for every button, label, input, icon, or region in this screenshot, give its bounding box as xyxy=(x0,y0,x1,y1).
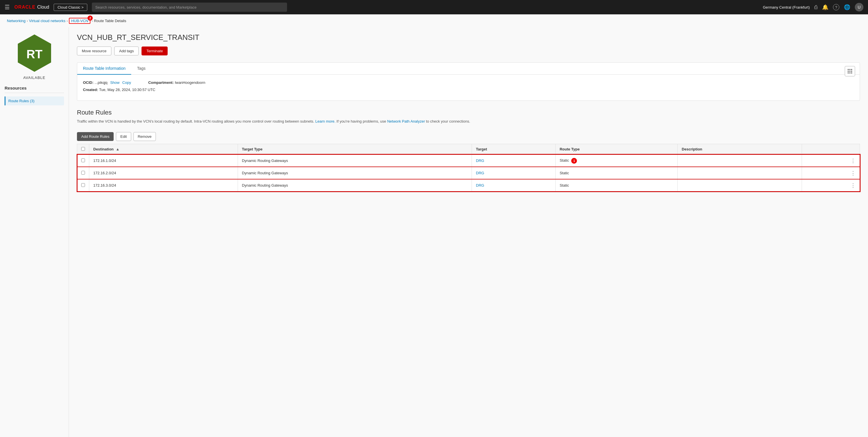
target-link[interactable]: DRG xyxy=(476,158,484,163)
info-card: Route Table Information Tags OCID: ...pi… xyxy=(77,62,860,101)
row-checkbox[interactable] xyxy=(81,171,85,175)
svg-point-4 xyxy=(851,69,852,70)
svg-text:RT: RT xyxy=(26,48,42,61)
network-path-analyzer-link[interactable]: Network Path Analyzer xyxy=(387,119,425,123)
cell-target-type: Dynamic Routing Gateways xyxy=(238,167,472,179)
cell-description xyxy=(678,154,802,167)
route-type-badge: 1 xyxy=(571,158,577,164)
table-row: 172.16.2.0/24Dynamic Routing GatewaysDRG… xyxy=(77,167,860,179)
tab-tags[interactable]: Tags xyxy=(131,63,151,75)
rt-status: AVAILABLE xyxy=(23,75,45,80)
info-row-1: OCID: ...pikqjq Show Copy Compartment: I… xyxy=(83,81,854,85)
resources-title: Resources xyxy=(5,86,64,93)
created-value: Tue, May 28, 2024, 10:30:57 UTC xyxy=(99,88,155,92)
col-header-description: Description xyxy=(678,144,802,154)
compartment-value: IwanHoogendoorn xyxy=(175,81,205,85)
cell-target: DRG xyxy=(472,154,556,167)
created-field: Created: Tue, May 28, 2024, 10:30:57 UTC xyxy=(83,88,155,92)
left-panel: RT AVAILABLE Resources Route Rules (3) xyxy=(0,27,69,437)
cell-destination: 172.16.2.0/24 xyxy=(89,167,238,179)
add-route-rules-button[interactable]: Add Route Rules xyxy=(77,132,114,141)
globe-icon[interactable]: 🌐 xyxy=(844,4,850,10)
kebab-menu-icon[interactable]: ⋮ xyxy=(850,183,856,188)
breadcrumb-current: Route Table Details xyxy=(94,19,126,23)
svg-point-10 xyxy=(851,72,852,73)
terminate-button[interactable]: Terminate xyxy=(142,46,167,55)
row-checkbox[interactable] xyxy=(81,183,85,187)
target-link[interactable]: DRG xyxy=(476,171,484,175)
breadcrumb-hub-vcn[interactable]: HUB-VCN xyxy=(71,19,88,23)
cell-destination: 172.16.1.0/24 xyxy=(89,154,238,167)
tab-route-table-info[interactable]: Route Table Information xyxy=(77,63,131,75)
route-rules-description: Traffic within the VCN is handled by the… xyxy=(77,119,860,125)
cell-target-type: Dynamic Routing Gateways xyxy=(238,154,472,167)
breadcrumb: Networking › Virtual cloud networks › HU… xyxy=(0,14,868,27)
rt-hexagon: RT xyxy=(14,33,55,73)
cloud-classic-button[interactable]: Cloud Classic > xyxy=(54,4,87,11)
compartment-field: Compartment: IwanHoogendoorn xyxy=(148,81,205,85)
cell-route-type: Static xyxy=(555,167,677,179)
svg-point-3 xyxy=(849,69,850,70)
nav-right-section: Germany Central (Frankfurt) ⎙ 🔔 ? 🌐 U xyxy=(763,3,863,11)
col-header-actions xyxy=(802,144,860,154)
breadcrumb-vcn[interactable]: Virtual cloud networks xyxy=(29,19,65,23)
hamburger-icon[interactable]: ☰ xyxy=(5,4,10,11)
region-selector[interactable]: Germany Central (Frankfurt) xyxy=(763,5,810,9)
svg-point-2 xyxy=(848,69,849,70)
col-header-route-type: Route Type xyxy=(555,144,677,154)
route-rules-table: Destination ▲ Target Type Target Route T… xyxy=(77,144,860,192)
cell-target: DRG xyxy=(472,179,556,191)
avatar[interactable]: U xyxy=(855,3,863,11)
add-tags-button[interactable]: Add tags xyxy=(114,46,138,55)
col-header-checkbox xyxy=(77,144,89,154)
table-toolbar: Add Route Rules Edit Remove xyxy=(77,129,860,144)
col-header-destination: Destination ▲ xyxy=(89,144,238,154)
cell-description xyxy=(678,179,802,191)
kebab-menu-icon[interactable]: ⋮ xyxy=(850,170,856,176)
move-resource-button[interactable]: Move resource xyxy=(77,46,112,55)
nav-icon-group: ⎙ 🔔 ? 🌐 U xyxy=(814,3,863,11)
search-input[interactable] xyxy=(92,3,287,12)
remove-button[interactable]: Remove xyxy=(133,132,156,141)
svg-point-7 xyxy=(851,71,852,72)
svg-point-8 xyxy=(848,72,849,73)
table-row: 172.16.3.0/24Dynamic Routing GatewaysDRG… xyxy=(77,179,860,191)
breadcrumb-hub-vcn-container: HUB-VCN 2 xyxy=(69,18,90,24)
ocid-show-link[interactable]: Show xyxy=(110,81,120,85)
cell-description xyxy=(678,167,802,179)
breadcrumb-networking[interactable]: Networking xyxy=(7,19,26,23)
widget-icon[interactable] xyxy=(845,66,855,76)
svg-point-9 xyxy=(849,72,850,73)
sidebar-item-route-rules[interactable]: Route Rules (3) xyxy=(5,96,64,105)
info-card-body: OCID: ...pikqjq Show Copy Compartment: I… xyxy=(77,75,860,100)
target-link[interactable]: DRG xyxy=(476,183,484,187)
col-header-target-type: Target Type xyxy=(238,144,472,154)
top-navigation: ☰ ORACLE Cloud Cloud Classic > Germany C… xyxy=(0,0,868,14)
oracle-logo: ORACLE Cloud xyxy=(14,5,49,10)
cell-target-type: Dynamic Routing Gateways xyxy=(238,179,472,191)
route-rules-title: Route Rules xyxy=(77,109,860,116)
svg-point-6 xyxy=(849,71,850,72)
info-row-2: Created: Tue, May 28, 2024, 10:30:57 UTC xyxy=(83,88,854,92)
cell-destination: 172.16.3.0/24 xyxy=(89,179,238,191)
col-header-target: Target xyxy=(472,144,556,154)
content-area: VCN_HUB_RT_SERVICE_TRANSIT Move resource… xyxy=(69,27,868,437)
console-icon[interactable]: ⎙ xyxy=(814,4,817,10)
rt-icon-container: RT AVAILABLE xyxy=(5,33,64,80)
page-title: VCN_HUB_RT_SERVICE_TRANSIT xyxy=(77,33,860,42)
bell-icon[interactable]: 🔔 xyxy=(822,4,828,10)
ocid-copy-link[interactable]: Copy xyxy=(122,81,131,85)
select-all-checkbox[interactable] xyxy=(81,147,85,151)
learn-more-link[interactable]: Learn more. xyxy=(315,119,336,123)
sort-arrow-destination[interactable]: ▲ xyxy=(116,147,119,151)
cloud-text: Cloud xyxy=(37,5,50,10)
help-icon[interactable]: ? xyxy=(833,4,839,10)
main-layout: RT AVAILABLE Resources Route Rules (3) V… xyxy=(0,27,868,437)
kebab-menu-icon[interactable]: ⋮ xyxy=(850,158,856,164)
ocid-value: ...pikqjq xyxy=(94,81,107,85)
ocid-field: OCID: ...pikqjq Show Copy xyxy=(83,81,131,85)
row-checkbox[interactable] xyxy=(81,158,85,162)
table-row: 172.16.1.0/24Dynamic Routing GatewaysDRG… xyxy=(77,154,860,167)
edit-button[interactable]: Edit xyxy=(116,132,131,141)
cell-route-type: Static xyxy=(555,179,677,191)
